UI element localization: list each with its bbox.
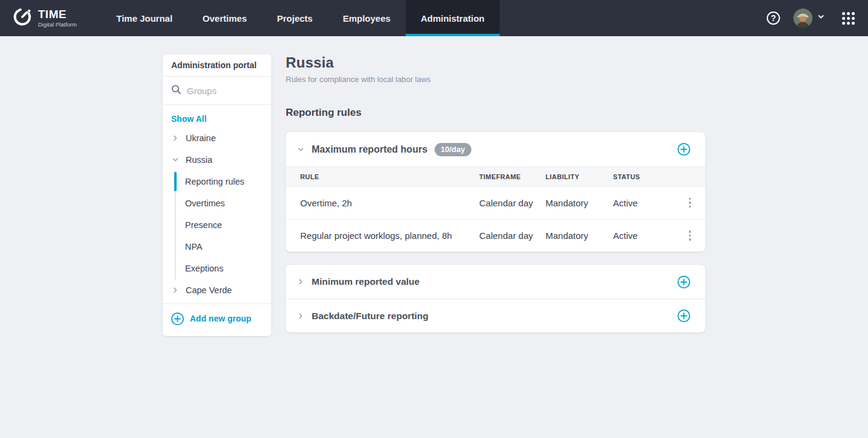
apps-grid-icon[interactable] [842, 12, 855, 25]
rule-timeframe: Calendar day [479, 198, 546, 208]
nav-item-projects[interactable]: Projects [262, 0, 327, 36]
plus-circle-icon [171, 312, 184, 326]
tree-item-russia[interactable]: Russia [163, 149, 271, 171]
show-all-link[interactable]: Show All [171, 114, 263, 124]
sidebar-title: Administration portal [163, 54, 271, 77]
groups-search-input[interactable] [187, 86, 259, 96]
chevron-right-icon [171, 134, 180, 142]
page-subtitle: Rules for compliance with local labor la… [286, 75, 705, 84]
nav-item-employees[interactable]: Employees [328, 0, 406, 36]
chevron-down-icon [297, 145, 305, 154]
help-icon[interactable] [767, 11, 780, 25]
row-menu-icon[interactable] [689, 198, 691, 208]
card-title: Maximum reported hours [312, 144, 427, 155]
rule-liability: Mandatory [546, 230, 613, 241]
tree-item-exeptions[interactable]: Exeptions [163, 258, 271, 279]
card-title: Minimum reported value [312, 276, 420, 287]
admin-sidebar: Administration portal Show All Ukraine R… [163, 54, 271, 336]
rule-name: Regular project worklogs, planned, 8h [300, 230, 479, 241]
user-menu[interactable] [793, 8, 825, 28]
rule-name: Overtime, 2h [300, 198, 479, 208]
rule-status: Active [613, 198, 681, 208]
card-title: Backdate/Future reporting [312, 311, 429, 322]
rule-row-overtime: Overtime, 2h Calendar day Mandatory Acti… [286, 186, 705, 219]
nav-item-administration[interactable]: Administration [406, 0, 500, 36]
tree-item-presence[interactable]: Presence [163, 214, 271, 236]
section-title: Reporting rules [286, 107, 705, 119]
app-logo[interactable]: TIME Digital Platform [0, 0, 101, 36]
avatar[interactable] [793, 8, 813, 28]
tree-item-npa[interactable]: NPA [163, 236, 271, 258]
groups-tree: Ukraine Russia Reporting rules Overtimes… [163, 127, 271, 303]
column-timeframe: TIMEFRAME [479, 173, 546, 180]
row-menu-icon[interactable] [689, 230, 691, 241]
chevron-right-icon [297, 312, 305, 320]
tree-item-cape-verde[interactable]: Cape Verde [163, 279, 271, 301]
tree-item-ukraine[interactable]: Ukraine [163, 127, 271, 149]
gauge-logo-icon [12, 7, 33, 30]
limit-badge: 10/day [435, 143, 471, 156]
logo-subtitle: Digital Platform [38, 22, 77, 28]
chevron-down-icon[interactable] [817, 13, 825, 24]
main-nav: Time Journal Overtimes Projects Employee… [101, 0, 500, 36]
russia-subtree: Reporting rules Overtimes Presence NPA E… [163, 171, 271, 279]
minimum-reported-value-header[interactable]: Minimum reported value [286, 265, 705, 299]
rules-table-header: RULE TIMEFRAME LIABILITY STATUS [286, 167, 705, 186]
nav-item-time-journal[interactable]: Time Journal [101, 0, 187, 36]
backdate-future-reporting-header[interactable]: Backdate/Future reporting [286, 299, 705, 332]
top-navigation: TIME Digital Platform Time Journal Overt… [0, 0, 868, 36]
add-rule-button[interactable] [677, 275, 691, 289]
page-title: Russia [286, 54, 705, 71]
groups-search[interactable] [163, 77, 271, 105]
add-rule-button[interactable] [677, 142, 691, 156]
rule-row-regular-worklogs: Regular project worklogs, planned, 8h Ca… [286, 219, 705, 252]
max-reported-hours-card: Maximum reported hours 10/day RULE TIMEF… [286, 132, 705, 252]
column-liability: LIABILITY [546, 173, 613, 180]
search-icon [171, 84, 181, 97]
chevron-down-icon [171, 156, 180, 164]
rule-liability: Mandatory [546, 198, 613, 208]
add-rule-button[interactable] [677, 309, 691, 323]
max-reported-hours-header[interactable]: Maximum reported hours 10/day [286, 132, 705, 167]
tree-item-overtimes[interactable]: Overtimes [163, 192, 271, 214]
column-status: STATUS [613, 173, 681, 180]
nav-item-overtimes[interactable]: Overtimes [187, 0, 262, 36]
chevron-right-icon [171, 286, 180, 294]
collapsed-rules-card: Minimum reported value Backdate/Future r… [286, 265, 705, 332]
column-rule: RULE [300, 173, 479, 180]
add-new-group-button[interactable]: Add new group [163, 303, 271, 333]
tree-item-reporting-rules[interactable]: Reporting rules [163, 171, 271, 192]
logo-title: TIME [38, 8, 77, 21]
rule-status: Active [613, 230, 681, 241]
rule-timeframe: Calendar day [479, 230, 546, 241]
main-content: Russia Rules for compliance with local l… [286, 54, 705, 336]
chevron-right-icon [297, 278, 305, 286]
